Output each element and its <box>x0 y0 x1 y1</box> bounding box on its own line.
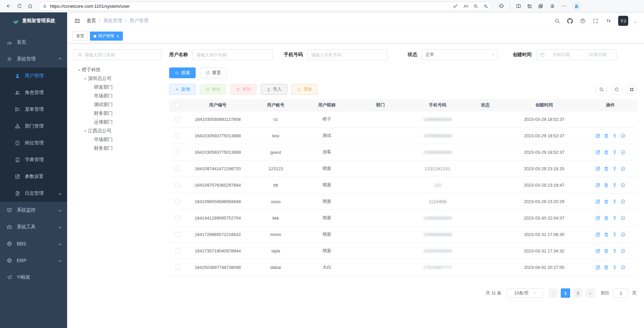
read-aloud-icon[interactable] <box>463 4 468 9</box>
row-checkbox[interactable] <box>175 232 180 237</box>
copilot-icon[interactable]: b <box>573 2 581 10</box>
edit-icon[interactable] <box>595 248 600 253</box>
assign-role-check-icon[interactable] <box>621 216 626 221</box>
sidebar-item-部门管理[interactable]: 部门管理 <box>0 118 67 135</box>
assign-role-check-icon[interactable] <box>621 248 626 253</box>
profile-avatar[interactable] <box>549 3 556 9</box>
delete-icon[interactable] <box>604 199 609 204</box>
password-key-icon[interactable] <box>453 4 458 9</box>
sidebar-item-字典管理[interactable]: 字典管理 <box>0 151 67 168</box>
tree-node-市场部门[interactable]: 市场部门 <box>74 135 162 144</box>
reset-password-key-icon[interactable] <box>612 150 617 155</box>
goto-page-input[interactable] <box>613 288 628 298</box>
tree-node-测试部门[interactable]: 测试部门 <box>74 100 162 109</box>
tree-node-橙子科技[interactable]: ▾橙子科技 <box>74 65 162 74</box>
delete-icon[interactable] <box>604 248 609 253</box>
page-size-select[interactable]: 10条/页 <box>507 288 543 298</box>
sidebar-item-系统管理[interactable]: 系统管理 <box>0 51 67 67</box>
导出-button[interactable]: 导出 <box>291 84 318 95</box>
page-button-2[interactable]: 2 <box>573 288 583 298</box>
tree-caret-icon[interactable]: ▾ <box>83 129 88 133</box>
tree-node-财务部门[interactable]: 财务部门 <box>74 144 162 153</box>
page-button-1[interactable]: 1 <box>561 288 570 298</box>
reset-password-key-icon[interactable] <box>612 265 617 270</box>
reset-password-key-icon[interactable] <box>612 133 617 138</box>
edit-icon[interactable] <box>595 216 600 221</box>
edit-icon[interactable] <box>595 166 600 171</box>
reset-password-key-icon[interactable] <box>612 183 617 188</box>
font-size-icon[interactable] <box>605 18 611 24</box>
more-menu-icon[interactable] <box>561 3 567 9</box>
extensions-icon[interactable] <box>499 3 504 9</box>
reset-password-key-icon[interactable] <box>612 248 617 253</box>
sidebar-item-BBS[interactable]: BBS <box>0 235 67 252</box>
row-checkbox[interactable] <box>175 117 180 122</box>
tree-node-深圳总公司[interactable]: ▾深圳总公司 <box>74 74 162 83</box>
assign-role-check-icon[interactable] <box>621 166 626 171</box>
phone-input[interactable] <box>311 52 384 57</box>
sidebar-item-系统工具[interactable]: 系统工具 <box>0 219 67 235</box>
sidebar-item-角色管理[interactable]: 角色管理 <box>0 84 67 101</box>
assign-role-check-icon[interactable] <box>621 232 626 237</box>
search-icon[interactable] <box>554 18 560 24</box>
breadcrumb-item[interactable]: 系统管理 <box>103 18 122 24</box>
tab-首页[interactable]: 首页 <box>72 32 88 41</box>
reset-password-key-icon[interactable] <box>612 166 617 171</box>
favorites-bar-icon[interactable] <box>527 3 532 9</box>
assign-role-check-icon[interactable] <box>621 183 626 188</box>
back-icon[interactable] <box>6 3 11 9</box>
tree-node-运维部门[interactable]: 运维部门 <box>74 118 162 127</box>
tree-caret-icon[interactable]: ▾ <box>77 68 82 72</box>
reset-password-key-icon[interactable] <box>612 216 617 221</box>
delete-icon[interactable] <box>604 150 609 155</box>
refresh-icon[interactable] <box>17 3 22 9</box>
search-button[interactable]: 搜索 <box>169 67 196 78</box>
column-grid-icon[interactable] <box>626 84 637 95</box>
tab-用户管理[interactable]: 用户管理× <box>90 32 123 41</box>
tree-caret-icon[interactable]: ▾ <box>83 77 88 81</box>
reset-button[interactable]: 重置 <box>200 67 227 78</box>
delete-icon[interactable] <box>604 216 609 221</box>
next-page-button[interactable]: › <box>586 288 595 298</box>
sidebar-item-用户管理[interactable]: 用户管理 <box>0 67 67 84</box>
row-checkbox[interactable] <box>175 248 180 253</box>
row-checkbox[interactable] <box>175 133 180 138</box>
tree-node-研发部门[interactable]: 研发部门 <box>74 83 162 92</box>
username-input[interactable] <box>196 52 269 57</box>
breadcrumb-item[interactable]: 用户管理 <box>130 18 148 24</box>
url-text[interactable]: https://ccnetcore.com:1101/system/user <box>50 4 450 9</box>
dept-search-input[interactable] <box>85 52 158 57</box>
edit-icon[interactable] <box>595 265 600 270</box>
delete-icon[interactable] <box>604 133 609 138</box>
tree-node-市场部门[interactable]: 市场部门 <box>74 92 162 100</box>
add-favorite-icon[interactable] <box>483 4 488 9</box>
delete-icon[interactable] <box>604 265 609 270</box>
tree-node-财务部门[interactable]: 财务部门 <box>74 109 162 118</box>
edit-icon[interactable] <box>595 232 600 237</box>
row-checkbox[interactable] <box>175 216 180 220</box>
sidebar-item-Yi框架[interactable]: Yi框架 <box>0 269 67 286</box>
reset-password-key-icon[interactable] <box>612 232 617 237</box>
delete-icon[interactable] <box>604 183 609 188</box>
collections-icon[interactable] <box>538 3 543 9</box>
app-logo[interactable]: 意框架管理系统 <box>0 12 67 29</box>
row-checkbox[interactable] <box>175 265 180 270</box>
sidebar-item-首页[interactable]: 首页 <box>0 34 67 51</box>
assign-role-check-icon[interactable] <box>621 133 626 138</box>
delete-icon[interactable] <box>604 232 609 237</box>
refresh-table-icon[interactable] <box>611 84 622 95</box>
sidebar-item-ERP[interactable]: ERP <box>0 252 67 269</box>
row-checkbox[interactable] <box>175 166 180 171</box>
address-bar[interactable]: https://ccnetcore.com:1101/system/user <box>38 2 492 11</box>
edit-icon[interactable] <box>595 183 600 188</box>
assign-role-check-icon[interactable] <box>621 199 626 204</box>
search-toggle-icon[interactable] <box>596 84 607 95</box>
date-range-picker[interactable]: 开始日期 - 结束日期 <box>536 49 616 60</box>
tab-close-icon[interactable]: × <box>116 34 119 39</box>
导入-button[interactable]: 导入 <box>261 84 287 95</box>
assign-role-check-icon[interactable] <box>621 150 626 155</box>
status-select[interactable]: 正常 <box>422 49 498 60</box>
sidebar-item-系统监控[interactable]: 系统监控 <box>0 202 67 219</box>
breadcrumb-item[interactable]: 首页 <box>87 18 96 24</box>
question-icon[interactable] <box>580 18 586 24</box>
